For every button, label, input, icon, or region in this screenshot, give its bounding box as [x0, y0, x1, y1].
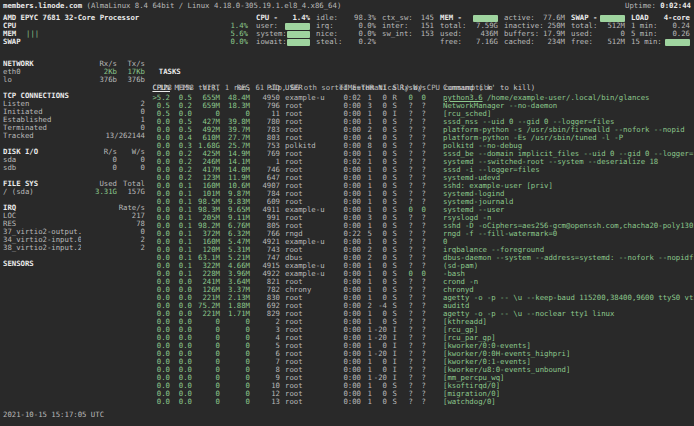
- stat-cell: iowait:: [256, 38, 310, 46]
- sidebar-row-value-1: [81, 252, 117, 260]
- cell-user: example-u: [280, 270, 339, 278]
- column-header-thr: THR: [361, 84, 372, 92]
- cell-command: [rcu_par_gp]: [426, 334, 694, 342]
- column-header-cpu[interactable]: CPU%: [150, 84, 170, 92]
- sidebar-row-value-2: 376b: [117, 76, 145, 84]
- cell-user: root: [280, 310, 339, 318]
- sidebar-row: 37_virtio2-output.1 0: [3, 228, 145, 236]
- cell-command: agetty -o -p -- \u --keep-baud 115200,38…: [426, 294, 694, 302]
- command-args: rngd -f --fill-watermark=0: [443, 230, 557, 238]
- cell-user: root: [280, 390, 339, 398]
- stat-value: 0.26: [672, 30, 690, 38]
- command-args: auditd: [443, 302, 469, 310]
- sidebar-row: / (sda) 3.31G 157G: [3, 188, 145, 196]
- cell-command: systemd --user: [426, 206, 694, 214]
- cell-threads: 1: [361, 398, 372, 406]
- sidebar-row-name: eth0: [3, 68, 81, 76]
- stat-value: 0.2%: [358, 38, 376, 46]
- sidebar-row-value-1: [81, 228, 117, 236]
- command-args: [rcu_par_gp]: [443, 334, 496, 342]
- command-args: chronyd: [443, 286, 474, 294]
- cell-res: 0: [220, 398, 250, 406]
- command-args: agetty -o -p -- \u --noclear tty1 linux: [443, 310, 614, 318]
- sidebar-row: lo 376b 376b: [3, 76, 145, 84]
- cell-pid: 13: [250, 398, 280, 406]
- gauge-label: SWAP: [3, 38, 26, 46]
- sidebar-row-name: [3, 172, 81, 180]
- cell-user: example-u: [280, 238, 339, 246]
- cell-user: root: [280, 350, 339, 358]
- gauge-space: [26, 38, 230, 46]
- sidebar-row-value-1: [81, 100, 117, 108]
- cell-command: agetty -o -p -- \u --noclear tty1 linux: [426, 310, 694, 318]
- command-args: systemd-logind: [443, 190, 505, 198]
- stat-label: free:: [440, 38, 462, 46]
- command-args: [kworker/0:0-events]: [443, 342, 531, 350]
- command-args: [migration/0]: [443, 390, 500, 398]
- sidebar-row: Tracked 13/262144: [3, 132, 145, 140]
- column-header-mem[interactable]: MEM%: [170, 84, 192, 92]
- command-args: [kworker/0:1-events]: [443, 358, 531, 366]
- command-name: python3.6: [443, 94, 483, 102]
- cell-command: rngd -f --fill-watermark=0: [426, 230, 694, 238]
- column-header-pid[interactable]: PID: [250, 84, 280, 92]
- cell-user: root: [280, 302, 339, 310]
- cell-user: root: [280, 102, 339, 110]
- cell-user: example-u: [280, 94, 339, 102]
- sidebar-row-value-2: 0: [117, 164, 145, 172]
- sidebar-row-name: SENSORS: [3, 260, 81, 268]
- sidebar-row: LOC 217: [3, 212, 145, 220]
- cell-command: irqbalance --foreground: [426, 246, 694, 254]
- stat-label: steal:: [316, 38, 342, 46]
- cell-user: polkitd: [280, 142, 339, 150]
- process-row[interactable]: 0.0 0.0 0 0 13 root 0:00 1 0 S ? ? [watc…: [150, 398, 694, 406]
- cell-user: root: [280, 214, 339, 222]
- gauge-bar: MEM ||| 5.6%: [3, 30, 248, 38]
- command-args: [mm_percpu_wq]: [443, 374, 505, 382]
- sidebar-row-value-1: [81, 84, 117, 92]
- sidebar-row-name: Established: [3, 116, 81, 124]
- process-table-header: CPU% MEM% VIRT RES PID USER TIME+ THR NI…: [150, 84, 694, 92]
- sidebar-row-value-1: 3.31G: [81, 188, 117, 196]
- sidebar-row-value-2: [117, 84, 145, 92]
- cell-command: NetworkManager --no-daemon: [426, 102, 694, 110]
- cell-command: [ksoftirqd/0]: [426, 382, 694, 390]
- sidebar-row-name: DISK I/O: [3, 148, 81, 156]
- cell-user: root: [280, 382, 339, 390]
- sidebar-row-value-1: [69, 132, 105, 140]
- cell-user: root: [280, 326, 339, 334]
- command-args: sssd_be --domain implicit_files --uid 0 …: [443, 150, 694, 158]
- column-header-virt[interactable]: VIRT: [192, 84, 220, 92]
- column-header-res[interactable]: RES: [220, 84, 250, 92]
- sidebar-row-value-1: 0: [81, 164, 117, 172]
- cell-command: platform-python -s /usr/sbin/firewalld -…: [426, 126, 694, 134]
- cell-user: root: [280, 150, 339, 158]
- command-args: dbus-daemon --system --address=systemd: …: [443, 254, 694, 262]
- stat-label: sw_int:: [382, 30, 413, 38]
- sidebar-row-value-1: R/s: [81, 148, 117, 156]
- column-header-user[interactable]: USER: [280, 84, 339, 92]
- sidebar-row-value-1: [81, 220, 117, 228]
- column-header-time[interactable]: TIME+: [339, 84, 361, 92]
- stat-cell: cached: 234M: [504, 38, 565, 46]
- stat-value: 1.4%: [292, 14, 310, 22]
- cell-user: root: [280, 166, 339, 174]
- command-args: systemd --switched-root --system --deser…: [443, 158, 658, 166]
- sidebar-row-name: Listen: [3, 100, 81, 108]
- sidebar-row-value-2: 157G: [117, 188, 145, 196]
- gauge-percent: 0.0%: [230, 38, 248, 46]
- cell-user: root: [280, 174, 339, 182]
- command-args: platform-python -Es /usr/sbin/tuned -l -…: [443, 134, 623, 142]
- stat-value: [287, 31, 310, 38]
- command-args: [rcu_sched]: [443, 110, 491, 118]
- sidebar-row-name: FILE SYS: [3, 180, 81, 188]
- sidebar-row-name: 38_virtio2-input.2: [3, 244, 81, 252]
- sidebar-row: NETWORK Rx/s Tx/s: [3, 60, 145, 68]
- cell-command: sssd_be --domain implicit_files --uid 0 …: [426, 150, 694, 158]
- gauge-space: [39, 30, 230, 38]
- cell-user: root: [280, 222, 339, 230]
- sidebar-row-name: Terminated: [3, 124, 81, 132]
- sidebar-row-name: RES: [3, 220, 81, 228]
- command-args: [kthreadd]: [443, 318, 487, 326]
- cell-command: auditd: [426, 302, 694, 310]
